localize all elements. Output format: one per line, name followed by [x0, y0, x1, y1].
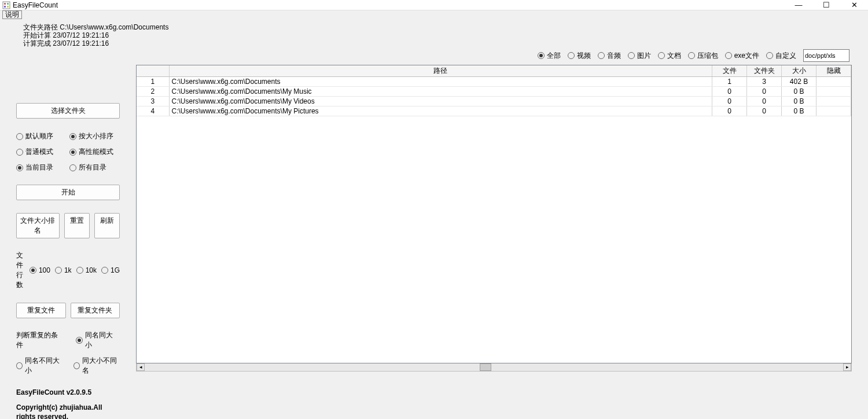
refresh-button[interactable]: 刷新	[94, 213, 120, 238]
radio-rows-1g[interactable]: 1G	[101, 266, 120, 274]
radio-rows-10k[interactable]: 10k	[76, 266, 97, 274]
filter-doc-label: 文档	[667, 51, 681, 61]
table-row[interactable]: 1C:\Users\www.x6g.com\Documents13402 B	[137, 77, 851, 87]
cell-idx: 3	[137, 97, 169, 106]
close-button[interactable]: ✕	[847, 1, 861, 9]
radio-sort-default[interactable]: 默认顺序	[16, 131, 53, 141]
radio-dup-same-name-size[interactable]: 同名同大小	[76, 330, 120, 350]
menu-help[interactable]: 说明	[2, 10, 22, 19]
filter-audio[interactable]: 音频	[598, 51, 621, 61]
table-row[interactable]: 2C:\Users\www.x6g.com\Documents\My Music…	[137, 87, 851, 97]
filter-bar: 全部 视频 音频 图片 文档 压缩包 exe文件 自定义	[136, 49, 852, 65]
horizontal-scrollbar[interactable]: ◂ ▸	[136, 363, 852, 372]
cell-files: 1	[712, 77, 747, 87]
scroll-left-icon[interactable]: ◂	[137, 363, 145, 371]
radio-dup-same-size-diff-name-label: 同大小不同名	[82, 356, 120, 376]
filter-image[interactable]: 图片	[628, 51, 651, 61]
filter-video-label: 视频	[577, 51, 591, 61]
filter-custom-input[interactable]	[803, 49, 849, 62]
svg-rect-1	[4, 3, 6, 5]
reset-button[interactable]: 重置	[64, 213, 90, 238]
table-row[interactable]: 4C:\Users\www.x6g.com\Documents\My Pictu…	[137, 106, 851, 116]
filter-custom-label: 自定义	[775, 51, 796, 61]
info-start-time: 开始计算 23/07/12 19:21:16	[23, 31, 845, 39]
radio-dir-current[interactable]: 当前目录	[16, 163, 53, 172]
radio-mode-high-label: 高性能模式	[79, 147, 113, 157]
scroll-thumb[interactable]	[480, 363, 491, 371]
radio-rows-1k[interactable]: 1k	[55, 266, 72, 274]
cell-folders: 0	[747, 106, 782, 116]
content: 全部 视频 音频 图片 文档 压缩包 exe文件 自定义	[136, 51, 868, 419]
cell-folders: 3	[747, 77, 782, 87]
rows-label: 文件行数	[16, 251, 25, 290]
copyright-text: Copyright(c) zhujiahua.All rights reserv…	[16, 403, 120, 419]
radio-rows-100[interactable]: 100	[30, 266, 50, 274]
cell-path: C:\Users\www.x6g.com\Documents	[169, 77, 712, 87]
filter-exe[interactable]: exe文件	[725, 51, 759, 61]
radio-rows-100-label: 100	[39, 266, 50, 274]
radio-dup-same-name-diff-size[interactable]: 同名不同大小	[16, 356, 63, 376]
radio-rows-1g-label: 1G	[111, 266, 120, 274]
svg-rect-4	[7, 6, 9, 8]
cell-size: 0 B	[782, 87, 816, 97]
table-wrap: 路径 文件 文件夹 大小 隐藏 1C:\Users\www.x6g.com\Do…	[136, 65, 852, 363]
select-folder-button[interactable]: 选择文件夹	[16, 103, 120, 119]
window-title: EasyFileCount	[13, 1, 58, 9]
radio-rows-10k-label: 10k	[86, 266, 97, 274]
cell-path: C:\Users\www.x6g.com\Documents\My Music	[169, 87, 712, 97]
radio-dir-all[interactable]: 所有目录	[69, 163, 106, 172]
cell-idx: 2	[137, 87, 169, 97]
file-size-sort-button[interactable]: 文件大小排名	[16, 213, 60, 238]
filter-image-label: 图片	[637, 51, 651, 61]
info-folder-path: 文件夹路径 C:\Users\www.x6g.com\Documents	[23, 23, 845, 31]
radio-mode-normal-label: 普通模式	[25, 147, 53, 157]
radio-dup-same-name-diff-size-label: 同名不同大小	[25, 356, 62, 376]
radio-mode-normal[interactable]: 普通模式	[16, 147, 53, 157]
radio-sort-size[interactable]: 按大小排序	[69, 131, 113, 141]
dup-cond-label: 判断重复的条件	[16, 330, 64, 350]
version-text: EasyFileCount v2.0.9.5	[16, 388, 120, 397]
filter-video[interactable]: 视频	[568, 51, 591, 61]
maximize-button[interactable]: ☐	[819, 1, 833, 9]
radio-rows-1k-label: 1k	[64, 266, 72, 274]
cell-idx: 4	[137, 106, 169, 116]
dup-file-button[interactable]: 重复文件	[16, 303, 66, 318]
info-end-time: 计算完成 23/07/12 19:21:16	[23, 39, 845, 47]
radio-dup-same-name-size-label: 同名同大小	[85, 330, 120, 350]
table-row[interactable]: 3C:\Users\www.x6g.com\Documents\My Video…	[137, 97, 851, 106]
radio-dir-all-label: 所有目录	[79, 163, 106, 172]
cell-size: 0 B	[782, 97, 816, 106]
col-idx[interactable]	[137, 65, 169, 77]
filter-archive[interactable]: 压缩包	[688, 51, 718, 61]
dup-folder-button[interactable]: 重复文件夹	[71, 303, 120, 318]
cell-folders: 0	[747, 97, 782, 106]
minimize-button[interactable]: —	[792, 1, 806, 9]
cell-hidden	[816, 87, 851, 97]
filter-archive-label: 压缩包	[697, 51, 718, 61]
radio-dir-current-label: 当前目录	[25, 163, 53, 172]
svg-rect-2	[7, 3, 9, 5]
cell-hidden	[816, 106, 851, 116]
filter-custom[interactable]: 自定义	[766, 51, 796, 61]
cell-path: C:\Users\www.x6g.com\Documents\My Videos	[169, 97, 712, 106]
col-hidden[interactable]: 隐藏	[816, 65, 851, 77]
scroll-right-icon[interactable]: ▸	[843, 363, 851, 371]
svg-rect-0	[3, 2, 10, 9]
col-files[interactable]: 文件	[712, 65, 747, 77]
cell-files: 0	[712, 97, 747, 106]
app-icon	[2, 1, 10, 9]
scroll-track[interactable]	[145, 363, 843, 371]
filter-doc[interactable]: 文档	[658, 51, 681, 61]
cell-idx: 1	[137, 77, 169, 87]
col-path[interactable]: 路径	[169, 65, 712, 77]
filter-all[interactable]: 全部	[538, 51, 561, 61]
start-button[interactable]: 开始	[16, 185, 120, 200]
col-folders[interactable]: 文件夹	[747, 65, 782, 77]
radio-dup-same-size-diff-name[interactable]: 同大小不同名	[73, 356, 120, 376]
radio-mode-high[interactable]: 高性能模式	[69, 147, 113, 157]
sidebar: 选择文件夹 默认顺序 按大小排序 普通模式 高性能模式 当前目录 所有目录	[0, 51, 136, 419]
col-size[interactable]: 大小	[782, 65, 816, 77]
cell-size: 0 B	[782, 106, 816, 116]
filter-all-label: 全部	[547, 51, 561, 61]
filter-exe-label: exe文件	[734, 51, 759, 61]
